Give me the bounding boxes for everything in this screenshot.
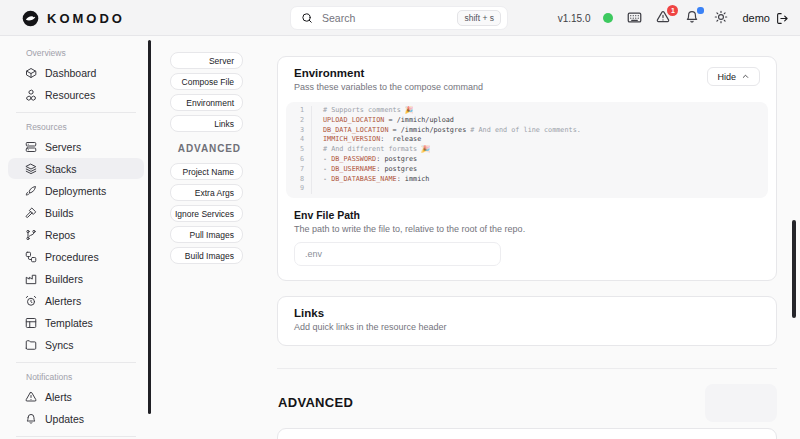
home-link[interactable]: KOMODO (22, 0, 125, 36)
nav-button-pull-images[interactable]: Pull Images (170, 226, 243, 243)
section-nav: ServerCompose FileEnvironmentLinks ADVAN… (170, 52, 243, 268)
user-menu-button[interactable]: demo (742, 12, 789, 25)
sidebar-item-resources[interactable]: Resources (8, 84, 144, 105)
komodo-logo-icon (22, 10, 39, 27)
sidebar-item-syncs[interactable]: Syncs (8, 334, 144, 355)
sidebar-item-label: Builders (45, 273, 83, 285)
code-line: 8- DB_DATABASE_NAME: immich (286, 175, 768, 185)
workflow-icon (25, 251, 37, 263)
nav-button-build-images[interactable]: Build Images (170, 247, 243, 264)
server-icon (25, 141, 37, 153)
nav-button-project-name[interactable]: Project Name (170, 163, 243, 180)
rocket-icon (25, 185, 37, 197)
sidebar-divider (16, 436, 136, 437)
main-scrollbar[interactable] (792, 220, 796, 318)
main-content: ServerCompose FileEnvironmentLinks ADVAN… (152, 36, 800, 439)
code-line: 1# Supports comments 🎉 (286, 106, 768, 116)
sidebar-section-label: Notifications (0, 369, 152, 386)
sidebar-item-label: Deployments (45, 185, 106, 197)
sidebar-item-builders[interactable]: Builders (8, 268, 144, 289)
sidebar-item-label: Dashboard (45, 67, 96, 79)
env-file-path-title: Env File Path (294, 209, 760, 221)
environment-editor[interactable]: 1# Supports comments 🎉2UPLOAD_LOCATION =… (286, 102, 768, 198)
header-actions: v1.15.0 1 demo (558, 0, 789, 36)
env-file-path-input[interactable] (294, 242, 501, 266)
sidebar-item-templates[interactable]: Templates (8, 312, 144, 333)
links-title: Links (294, 307, 760, 319)
sidebar-item-dashboard[interactable]: Dashboard (8, 62, 144, 83)
keyboard-shortcuts-button[interactable] (626, 10, 642, 26)
core-status-dot[interactable] (603, 13, 613, 23)
line-number: 8 (286, 175, 311, 185)
sidebar-section-label: Overviews (0, 45, 152, 62)
folder-sync-icon (25, 339, 37, 351)
factory-icon (25, 273, 37, 285)
line-number: 3 (286, 126, 311, 136)
sidebar-item-deployments[interactable]: Deployments (8, 180, 144, 201)
sidebar-item-label: Alerters (45, 295, 81, 307)
code-line-text: IMMICH_VERSION: release (311, 135, 421, 145)
keyboard-icon (627, 10, 642, 25)
sidebar-item-repos[interactable]: Repos (8, 224, 144, 245)
username-label: demo (742, 12, 770, 24)
sidebar-item-label: Syncs (45, 339, 74, 351)
sidebar-item-label: Repos (45, 229, 75, 241)
code-line-text: - DB_PASSWORD: postgres (311, 155, 417, 165)
brand-name: KOMODO (47, 11, 125, 26)
sidebar-item-alerters[interactable]: Alerters (8, 290, 144, 311)
bell-icon (25, 413, 37, 425)
nav-button-environment[interactable]: Environment (170, 94, 243, 111)
komodo-app: KOMODO Search shift + s v1.15.0 1 demo (0, 0, 800, 439)
nav-button-extra-args[interactable]: Extra Args (170, 184, 243, 201)
version-label: v1.15.0 (558, 13, 591, 24)
theme-toggle-button[interactable] (713, 10, 729, 26)
code-line: 7- DB_USERNAME: postgres (286, 165, 768, 175)
hide-button[interactable]: Hide (707, 67, 760, 86)
layout-template-icon (25, 317, 37, 329)
updates-button[interactable] (684, 10, 700, 26)
sidebar-item-stacks[interactable]: Stacks (8, 158, 144, 179)
sidebar-item-servers[interactable]: Servers (8, 136, 144, 157)
sidebar-item-label: Resources (45, 89, 95, 101)
hammer-icon (25, 207, 37, 219)
hide-button-label: Hide (717, 72, 736, 82)
code-line: 6- DB_PASSWORD: postgres (286, 155, 768, 165)
advanced-card-partial (277, 428, 777, 439)
chevron-up-icon (741, 72, 750, 81)
line-number: 5 (286, 145, 311, 155)
code-line-text: # Supports comments 🎉 (311, 106, 413, 116)
code-line: 9 (286, 184, 768, 194)
sidebar-item-procedures[interactable]: Procedures (8, 246, 144, 267)
logout-icon (776, 12, 789, 25)
line-number: 6 (286, 155, 311, 165)
sidebar-item-label: Builds (45, 207, 74, 219)
sidebar-item-builds[interactable]: Builds (8, 202, 144, 223)
sidebar-section-label: Resources (0, 119, 152, 136)
layers-icon (25, 163, 37, 175)
box-icon (25, 67, 37, 79)
nav-button-server[interactable]: Server (170, 52, 243, 69)
links-subtitle: Add quick links in the resource header (294, 322, 760, 332)
environment-card: Environment Pass these variables to the … (277, 56, 777, 281)
sidebar-item-alerts[interactable]: Alerts (8, 386, 144, 407)
sidebar-item-label: Templates (45, 317, 93, 329)
git-branch-icon (25, 229, 37, 241)
nav-button-ignore-services[interactable]: Ignore Services (170, 205, 243, 222)
nav-button-links[interactable]: Links (170, 115, 243, 132)
sun-icon (714, 10, 728, 24)
header: KOMODO Search shift + s v1.15.0 1 demo (0, 0, 800, 36)
sidebar-item-updates[interactable]: Updates (8, 408, 144, 429)
sidebar-item-label: Procedures (45, 251, 99, 263)
nav-button-compose-file[interactable]: Compose File (170, 73, 243, 90)
section-divider (277, 368, 777, 369)
advanced-nav-label: ADVANCED (170, 143, 241, 154)
search-input[interactable]: Search shift + s (290, 6, 508, 30)
alerts-button[interactable]: 1 (655, 10, 671, 26)
code-line-text: # And different formats 🎉 (311, 145, 430, 155)
sidebar-scrollbar[interactable] (148, 40, 151, 414)
line-number: 4 (286, 135, 311, 145)
boxes-icon (25, 89, 37, 101)
alert-triangle-icon (25, 391, 37, 403)
code-line-text: UPLOAD_LOCATION = /immich/upload (311, 116, 454, 126)
code-line-text: - DB_DATABASE_NAME: immich (311, 175, 429, 185)
